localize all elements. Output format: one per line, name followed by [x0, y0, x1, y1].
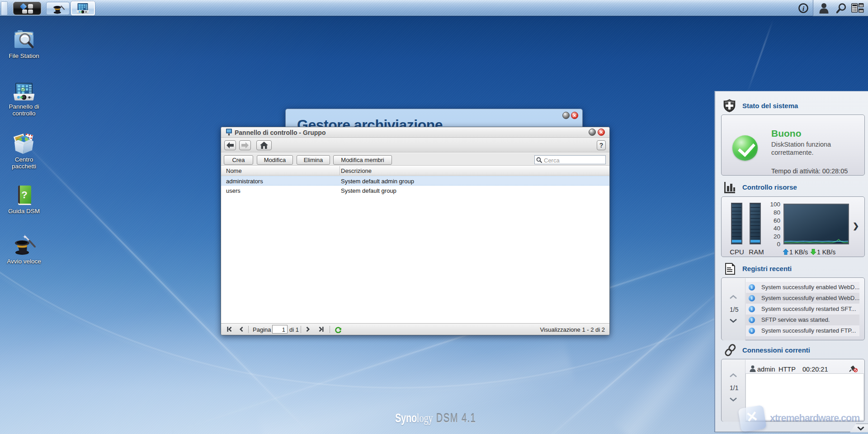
svg-text:i: i — [802, 5, 805, 12]
svg-text:?: ? — [21, 189, 27, 200]
